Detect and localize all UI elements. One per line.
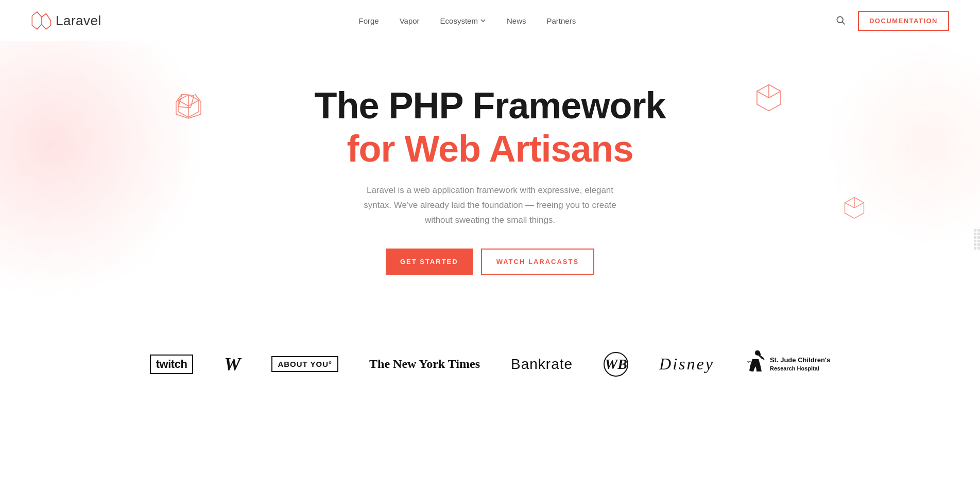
svg-line-8 <box>188 114 201 118</box>
nav-actions: DOCUMENTATION <box>833 11 949 31</box>
search-button[interactable] <box>833 13 848 29</box>
nav-link-ecosystem[interactable]: Ecosystem <box>440 16 486 25</box>
svg-line-16 <box>769 91 781 98</box>
nav-link-forge[interactable]: Forge <box>358 16 379 25</box>
navbar: Laravel Forge Vapor Ecosystem News Partn… <box>0 0 980 41</box>
brand-wb[interactable]: WB <box>604 352 628 377</box>
svg-line-3 <box>176 94 182 102</box>
logo-area[interactable]: Laravel <box>31 10 101 31</box>
svg-line-1 <box>843 22 845 24</box>
cube-decoration-midright <box>842 196 867 222</box>
brand-disney[interactable]: Disney <box>659 355 714 374</box>
svg-line-20 <box>854 203 864 208</box>
hero-title-line2: for Web Artisans <box>347 128 633 169</box>
laravel-logo-icon <box>31 10 51 31</box>
hero-section: The PHP Framework for Web Artisans Larav… <box>0 41 980 329</box>
svg-marker-14 <box>757 85 781 111</box>
svg-rect-2 <box>179 94 194 108</box>
get-started-button[interactable]: GET STARTED <box>386 249 473 275</box>
nav-link-vapor[interactable]: Vapor <box>400 16 420 25</box>
svg-line-12 <box>188 100 199 106</box>
hero-buttons: GET STARTED WATCH LARACASTS <box>386 249 594 275</box>
svg-marker-18 <box>845 198 864 219</box>
brand-about-you[interactable]: ABOUT YOU° <box>271 356 338 372</box>
cube-decoration-topleft <box>175 93 202 121</box>
brand-stjude-text: St. Jude Children's Research Hospital <box>770 356 830 372</box>
hero-description: Laravel is a web application framework w… <box>362 183 619 228</box>
svg-line-21 <box>845 203 854 208</box>
svg-line-17 <box>757 91 769 98</box>
watch-laracasts-button[interactable]: WATCH LARACASTS <box>481 249 594 275</box>
cube-decoration-topright <box>753 82 784 115</box>
stjude-silhouette-icon <box>745 350 766 378</box>
chevron-down-icon <box>480 17 486 24</box>
svg-point-0 <box>837 16 843 23</box>
svg-line-7 <box>176 114 188 118</box>
svg-line-13 <box>178 100 188 106</box>
brands-section: twitch W ABOUT YOU° The New York Times B… <box>0 329 980 409</box>
brand-nyt[interactable]: The New York Times <box>369 357 480 371</box>
hero-title-line1: The PHP Framework <box>315 85 666 126</box>
search-icon <box>835 15 846 25</box>
brand-twitch[interactable]: twitch <box>150 355 194 374</box>
brand-stjude[interactable]: St. Jude Children's Research Hospital <box>745 350 830 378</box>
documentation-button[interactable]: DOCUMENTATION <box>858 11 949 31</box>
brand-wwe[interactable]: W <box>224 353 240 375</box>
svg-marker-10 <box>178 95 199 117</box>
svg-line-4 <box>195 94 201 102</box>
nav-link-partners[interactable]: Partners <box>546 16 576 25</box>
brand-bankrate[interactable]: Bankrate <box>511 356 573 373</box>
nav-links: Forge Vapor Ecosystem News Partners <box>358 16 576 25</box>
logo-text: Laravel <box>56 13 101 29</box>
nav-link-news[interactable]: News <box>507 16 526 25</box>
hero-title: The PHP Framework for Web Artisans <box>315 85 666 171</box>
